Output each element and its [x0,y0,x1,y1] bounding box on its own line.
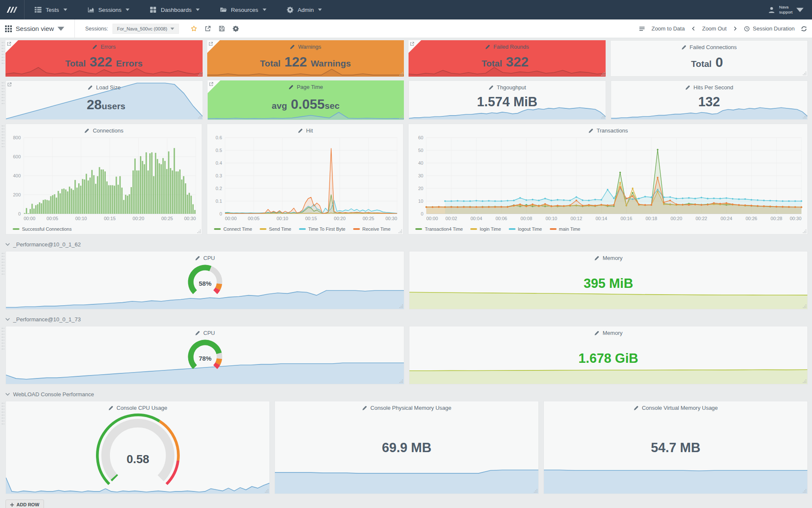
row-drag-handle[interactable] [1,252,4,275]
tile-title[interactable]: Memory [409,330,807,336]
edit-pencil-icon[interactable] [298,128,303,133]
edit-pencil-icon[interactable] [594,331,599,336]
hit-chart[interactable]: 00.10.20.30.40.50.600:0000:0500:1000:150… [209,134,401,222]
row-drag-handle[interactable] [1,81,4,104]
open-in-new-icon[interactable] [410,41,414,46]
section-header-console[interactable]: WebLOAD Console Performance [1,388,808,401]
edit-pencil-icon[interactable] [681,45,686,50]
tile-title[interactable]: Connections [6,127,202,134]
open-in-new-icon[interactable] [7,41,11,46]
edit-pencil-icon[interactable] [290,44,295,50]
tile-title[interactable]: CPU [6,330,404,336]
resize-grip-icon[interactable] [803,489,807,493]
tile-title[interactable]: Console Virtual Memory Usage [544,405,807,411]
tile-title[interactable]: Hits Per Second [611,84,808,91]
pan-left-button[interactable] [691,26,696,31]
tile-warnings[interactable]: Warnings Total122Warnings [207,40,404,77]
edit-pencil-icon[interactable] [195,331,200,336]
legend-item-receive-time[interactable]: Receive Time [353,226,391,232]
edit-pencil-icon[interactable] [588,128,593,133]
zoom-to-data-button[interactable]: Zoom to Data [651,25,685,32]
legend-item-time-to-first-byte[interactable]: Time To First Byte [299,226,346,232]
favorite-star-icon[interactable] [191,25,197,32]
resize-grip-icon[interactable] [803,115,807,119]
edit-pencil-icon[interactable] [634,406,639,411]
pan-right-button[interactable] [733,26,738,31]
row-drag-handle[interactable] [1,41,4,64]
session-dropdown[interactable]: For_Nava_500vc (0008) [112,24,179,34]
user-menu[interactable]: Nava support [760,0,812,19]
nav-menu-dashboards[interactable]: Dashboards [140,0,210,19]
tile-memory-73[interactable]: Memory 1.678 GiB [409,326,808,384]
resize-grip-icon[interactable] [399,304,403,308]
refresh-icon[interactable] [801,26,807,32]
resize-grip-icon[interactable] [601,115,605,119]
chart-list-icon[interactable] [639,26,645,32]
zoom-out-button[interactable]: Zoom Out [702,25,727,32]
resize-grip-icon[interactable] [198,115,202,119]
resize-grip-icon[interactable] [601,72,605,76]
tile-title[interactable]: Failed Connections [611,44,808,50]
tile-title[interactable]: Hit [207,127,403,134]
add-row-button[interactable]: ADD ROW [5,500,44,508]
tile-transactions-chart[interactable]: Transactions 010203040506000:0000:0200:0… [408,124,808,235]
row-drag-handle[interactable] [1,402,4,425]
section-header-performance-62[interactable]: _Performance@10_0_1_62 [1,238,808,251]
transactions-chart[interactable]: 010203040506000:0000:0200:0400:0600:0800… [410,134,806,222]
resize-grip-icon[interactable] [399,72,403,76]
save-icon[interactable] [219,25,225,32]
nav-menu-sessions[interactable]: Sessions [77,0,140,19]
tile-title[interactable]: Memory [409,255,807,261]
edit-pencil-icon[interactable] [685,85,690,90]
tile-cpu-62[interactable]: CPU 58% [5,251,404,309]
open-in-new-icon[interactable] [208,41,213,46]
resize-grip-icon[interactable] [399,379,403,383]
resize-grip-icon[interactable] [399,115,403,119]
section-header-performance-73[interactable]: _Performance@10_0_1_73 [1,313,808,326]
tile-console-virtual-memory[interactable]: Console Virtual Memory Usage 54.7 MB [543,401,808,494]
resize-grip-icon[interactable] [198,72,202,76]
tile-title[interactable]: Failed Rounds [409,44,606,50]
edit-pencil-icon[interactable] [594,256,599,261]
tile-title[interactable]: Errors [5,44,203,50]
legend-item-connect-time[interactable]: Connect Time [214,226,252,232]
legend-item-logout-time[interactable]: logout Time [509,226,542,232]
tile-connections-chart[interactable]: Connections 020040060080000:0000:0500:10… [5,124,202,235]
tile-hit-chart[interactable]: Hit 00.10.20.30.40.50.600:0000:0500:1000… [207,124,403,235]
legend-item-send-time[interactable]: Send Time [260,226,291,232]
tile-page-time[interactable]: Page Time avg0.055sec [208,80,404,120]
resize-grip-icon[interactable] [803,379,807,383]
edit-pencil-icon[interactable] [92,44,97,50]
tile-hits-per-second[interactable]: Hits Per Second 132 [611,80,808,120]
edit-pencil-icon[interactable] [108,406,113,411]
webload-logo[interactable] [0,0,25,19]
resize-grip-icon[interactable] [265,489,269,493]
tile-memory-62[interactable]: Memory 395 MiB [409,251,808,309]
tile-load-size[interactable]: Load Size 28users [5,80,203,120]
legend-item-transaction4-time[interactable]: Transaction4 Time [415,226,463,232]
tile-title[interactable]: Transactions [409,127,807,134]
tile-title[interactable]: Warnings [207,44,404,50]
edit-pencil-icon[interactable] [488,85,494,90]
resize-grip-icon[interactable] [803,72,807,75]
tile-title[interactable]: Console Physical Memory Usage [275,405,538,411]
tile-title[interactable]: Thgoughput [409,84,606,91]
edit-pencil-icon[interactable] [195,256,200,261]
row-drag-handle[interactable] [1,124,4,147]
open-in-new-icon[interactable] [209,82,214,86]
tile-title[interactable]: Page Time [208,84,404,90]
edit-pencil-icon[interactable] [362,406,367,411]
resize-grip-icon[interactable] [398,229,402,233]
open-in-new-icon[interactable] [7,82,12,87]
nav-menu-resources[interactable]: Resources [210,0,277,19]
tile-title[interactable]: Load Size [6,84,203,91]
session-duration-button[interactable]: Session Duration [744,25,795,32]
connections-chart[interactable]: 020040060080000:0000:0500:1000:1500:2000… [8,134,200,222]
resize-grip-icon[interactable] [534,489,538,493]
legend-item-successful-connections[interactable]: Successful Connections [13,226,71,232]
legend-item-login-time[interactable]: login Time [470,226,501,232]
tile-console-physical-memory[interactable]: Console Physical Memory Usage 69.9 MB [274,401,539,494]
edit-pencil-icon[interactable] [288,85,294,90]
settings-gear-icon[interactable] [233,25,239,32]
legend-item-main-time[interactable]: main Time [550,226,581,232]
